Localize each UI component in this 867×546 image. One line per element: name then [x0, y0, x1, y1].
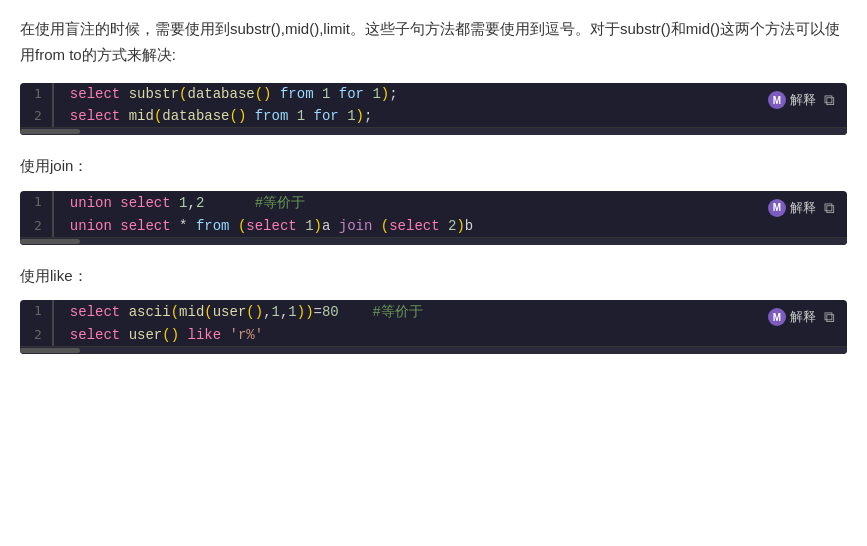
section-join-label: 使用join：	[20, 153, 847, 179]
explain-label-1: 解释	[790, 91, 816, 109]
code-block-2: M 解释 ⧉ 1 union select 1,2 #等价于 2 union s…	[20, 191, 847, 245]
section-like-label: 使用like：	[20, 263, 847, 289]
page-content: 在使用盲注的时候，需要使用到substr(),mid(),limit。这些子句方…	[0, 0, 867, 376]
scrollbar-3[interactable]	[20, 346, 847, 354]
line-number: 2	[20, 324, 53, 346]
line-number: 2	[20, 105, 53, 127]
code-actions-2: M 解释 ⧉	[756, 191, 847, 225]
code-actions-3: M 解释 ⧉	[756, 300, 847, 334]
explain-label-3: 解释	[790, 308, 816, 326]
scroll-thumb-2	[20, 239, 80, 244]
scroll-thumb-3	[20, 348, 80, 353]
explain-label-2: 解释	[790, 199, 816, 217]
scrollbar-2[interactable]	[20, 237, 847, 245]
code-table-2: 1 union select 1,2 #等价于 2 union select *…	[20, 191, 847, 237]
code-table-3: 1 select ascii(mid(user(),1,1))=80 #等价于 …	[20, 300, 847, 346]
intro-text: 在使用盲注的时候，需要使用到substr(),mid(),limit。这些子句方…	[20, 16, 847, 67]
copy-button-1[interactable]: ⧉	[824, 91, 835, 109]
line-number: 1	[20, 191, 53, 215]
code-cell: select mid(database() from 1 for 1);	[53, 105, 847, 127]
code-line: 2 union select * from (select 1)a join (…	[20, 215, 847, 237]
explain-button-1[interactable]: M 解释	[768, 91, 816, 109]
code-block-3: M 解释 ⧉ 1 select ascii(mid(user(),1,1))=8…	[20, 300, 847, 354]
code-line: 1 select ascii(mid(user(),1,1))=80 #等价于	[20, 300, 847, 324]
code-cell: select user() like 'r%'	[53, 324, 847, 346]
explain-icon-3: M	[768, 308, 786, 326]
code-cell: union select 1,2 #等价于	[53, 191, 847, 215]
code-line: 2 select mid(database() from 1 for 1);	[20, 105, 847, 127]
explain-icon-2: M	[768, 199, 786, 217]
explain-icon-1: M	[768, 91, 786, 109]
line-number: 2	[20, 215, 53, 237]
code-table-1: 1 select substr(database() from 1 for 1)…	[20, 83, 847, 127]
explain-button-2[interactable]: M 解释	[768, 199, 816, 217]
code-cell: select substr(database() from 1 for 1);	[53, 83, 847, 105]
scroll-thumb-1	[20, 129, 80, 134]
code-actions-1: M 解释 ⧉	[756, 83, 847, 117]
code-line: 1 union select 1,2 #等价于	[20, 191, 847, 215]
code-cell: union select * from (select 1)a join (se…	[53, 215, 847, 237]
line-number: 1	[20, 300, 53, 324]
explain-button-3[interactable]: M 解释	[768, 308, 816, 326]
copy-button-2[interactable]: ⧉	[824, 199, 835, 217]
copy-button-3[interactable]: ⧉	[824, 308, 835, 326]
line-number: 1	[20, 83, 53, 105]
code-line: 1 select substr(database() from 1 for 1)…	[20, 83, 847, 105]
scrollbar-1[interactable]	[20, 127, 847, 135]
code-cell: select ascii(mid(user(),1,1))=80 #等价于	[53, 300, 847, 324]
code-block-1: M 解释 ⧉ 1 select substr(database() from 1…	[20, 83, 847, 135]
code-line: 2 select user() like 'r%'	[20, 324, 847, 346]
